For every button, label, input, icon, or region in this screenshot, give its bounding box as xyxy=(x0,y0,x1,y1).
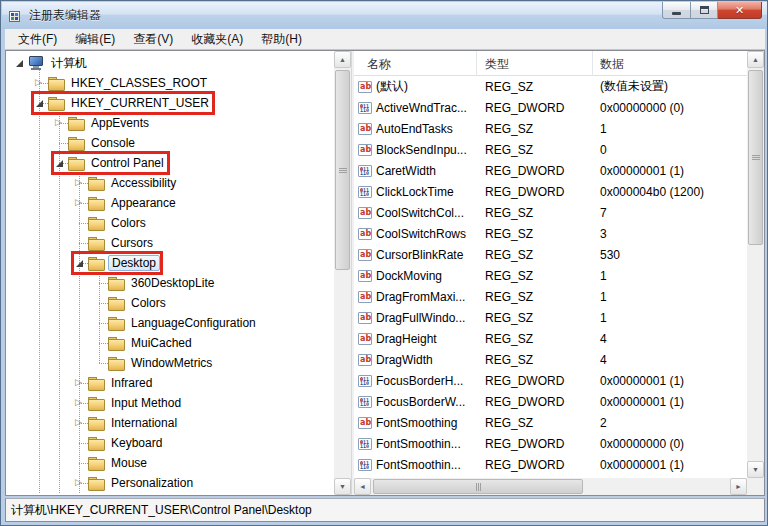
value-type: REG_SZ xyxy=(477,80,593,94)
expand-triangle-icon[interactable] xyxy=(74,178,85,189)
registry-value-row[interactable]: CoolSwitchCol...REG_SZ7 xyxy=(354,202,747,223)
registry-value-row[interactable]: FocusBorderH...REG_DWORD0x00000001 (1) xyxy=(354,370,747,391)
tree-item-personalization[interactable]: Personalization xyxy=(74,474,196,492)
tree-vertical-scrollbar[interactable]: ▲ ▼ xyxy=(334,51,351,495)
tree-item-appearance[interactable]: Appearance xyxy=(74,194,179,212)
tree-item-languageconfiguration[interactable]: LanguageConfiguration xyxy=(94,314,259,332)
expand-triangle-icon[interactable] xyxy=(54,118,65,129)
registry-value-row[interactable]: DragFromMaxi...REG_SZ1 xyxy=(354,286,747,307)
value-data: 1 xyxy=(593,269,747,283)
registry-value-row[interactable]: FontSmoothin...REG_DWORD0x00000000 (0) xyxy=(354,433,747,454)
registry-value-row[interactable]: ClickLockTimeREG_DWORD0x000004b0 (1200) xyxy=(354,181,747,202)
menu-item-2[interactable]: 查看(V) xyxy=(124,29,182,50)
menu-item-0[interactable]: 文件(F) xyxy=(9,29,66,50)
tree-item-计算机[interactable]: 计算机 xyxy=(14,54,90,72)
scroll-up-icon[interactable]: ▲ xyxy=(747,51,764,68)
list-hscrollbar-thumb[interactable] xyxy=(373,479,583,494)
column-header-type[interactable]: 类型 xyxy=(477,51,593,76)
scroll-right-icon[interactable]: ► xyxy=(730,478,747,495)
tree-row-cursors: Cursors xyxy=(6,233,333,253)
column-header-name[interactable]: 名称 xyxy=(354,51,477,76)
column-header-data[interactable]: 数据 xyxy=(593,51,747,76)
registry-value-row[interactable]: DragFullWindo...REG_SZ1 xyxy=(354,307,747,328)
value-name: CoolSwitchCol... xyxy=(376,206,464,220)
tree-item-infrared[interactable]: Infrared xyxy=(74,374,155,392)
registry-value-row[interactable]: FontSmoothin...REG_DWORD0x00000001 (1) xyxy=(354,454,747,475)
expander-placeholder xyxy=(94,338,105,349)
registry-value-row[interactable]: DragWidthREG_SZ4 xyxy=(354,349,747,370)
registry-value-row[interactable]: (默认)REG_SZ(数值未设置) xyxy=(354,76,747,97)
tree-item-keyboard[interactable]: Keyboard xyxy=(74,434,165,452)
menu-item-1[interactable]: 编辑(E) xyxy=(66,29,124,50)
expand-triangle-icon[interactable] xyxy=(74,418,85,429)
folder-icon xyxy=(88,377,104,390)
tree-item-input-method[interactable]: Input Method xyxy=(74,394,184,412)
menu-item-3[interactable]: 收藏夹(A) xyxy=(182,29,252,50)
list-scrollbar-thumb[interactable] xyxy=(748,70,763,245)
scroll-left-icon[interactable]: ◄ xyxy=(354,478,371,495)
tree-item-hkey-current-user[interactable]: HKEY_CURRENT_USER xyxy=(34,94,212,112)
tree-item-label: HKEY_CURRENT_USER xyxy=(68,95,212,111)
value-name: FontSmoothing xyxy=(376,416,457,430)
close-button[interactable]: ✕ xyxy=(718,2,762,19)
scroll-down-icon[interactable]: ▼ xyxy=(334,478,351,495)
expand-triangle-icon[interactable] xyxy=(74,378,85,389)
registry-value-row[interactable]: AutoEndTasksREG_SZ1 xyxy=(354,118,747,139)
tree-row-hkey-classes-root: HKEY_CLASSES_ROOT xyxy=(6,73,333,93)
collapse-triangle-icon[interactable] xyxy=(14,58,25,69)
folder-icon xyxy=(48,97,64,110)
value-data: 0x00000001 (1) xyxy=(593,395,747,409)
registry-value-row[interactable]: CoolSwitchRowsREG_SZ3 xyxy=(354,223,747,244)
computer-icon xyxy=(28,56,45,71)
registry-value-row[interactable]: CursorBlinkRateREG_SZ530 xyxy=(354,244,747,265)
tree-scrollbar-thumb[interactable] xyxy=(335,70,350,270)
tree-item-muicached[interactable]: MuiCached xyxy=(94,334,195,352)
tree-item-international[interactable]: International xyxy=(74,414,180,432)
tree-item-cursors[interactable]: Cursors xyxy=(74,234,156,252)
registry-value-row[interactable]: ActiveWndTrac...REG_DWORD0x00000000 (0) xyxy=(354,97,747,118)
tree-item-desktop[interactable]: Desktop xyxy=(74,254,160,272)
tree-item-360desktoplite[interactable]: 360DesktopLite xyxy=(94,274,217,292)
expand-triangle-icon[interactable] xyxy=(74,198,85,209)
tree-item-console[interactable]: Console xyxy=(54,134,138,152)
tree-item-accessibility[interactable]: Accessibility xyxy=(74,174,179,192)
expand-triangle-icon[interactable] xyxy=(74,398,85,409)
tree-item-colors[interactable]: Colors xyxy=(74,214,149,232)
registry-value-row[interactable]: FontSmoothingREG_SZ2 xyxy=(354,412,747,433)
expand-triangle-icon[interactable] xyxy=(74,478,85,489)
collapse-triangle-icon[interactable] xyxy=(34,98,45,109)
expander-placeholder xyxy=(74,238,85,249)
collapse-triangle-icon[interactable] xyxy=(54,158,65,169)
expand-triangle-icon[interactable] xyxy=(34,78,45,89)
registry-value-row[interactable]: BlockSendInpu...REG_SZ0 xyxy=(354,139,747,160)
tree-item-mouse[interactable]: Mouse xyxy=(74,454,150,472)
list-header: 名称 类型 数据 xyxy=(354,51,747,76)
value-name-cell: FontSmoothing xyxy=(354,416,477,430)
collapse-triangle-icon[interactable] xyxy=(74,258,85,269)
tree-item-control-panel[interactable]: Control Panel xyxy=(54,154,167,172)
list-vertical-scrollbar[interactable]: ▲ ▼ xyxy=(747,51,764,478)
value-name: DockMoving xyxy=(376,269,442,283)
scroll-down-icon[interactable]: ▼ xyxy=(747,461,764,478)
tree-item-label: Personalization xyxy=(108,475,196,491)
tree-row-control-panel: Control Panel xyxy=(6,153,333,173)
maximize-button[interactable] xyxy=(691,2,718,19)
tree-item-label: LanguageConfiguration xyxy=(128,315,259,331)
menu-item-4[interactable]: 帮助(H) xyxy=(252,29,311,50)
tree-item-windowmetrics[interactable]: WindowMetrics xyxy=(94,354,215,372)
value-name-cell: FontSmoothin... xyxy=(354,458,477,472)
minimize-button[interactable] xyxy=(662,2,691,19)
registry-value-row[interactable]: CaretWidthREG_DWORD0x00000001 (1) xyxy=(354,160,747,181)
value-type: REG_DWORD xyxy=(477,164,593,178)
registry-value-row[interactable]: DockMovingREG_SZ1 xyxy=(354,265,747,286)
tree-row-windowmetrics: WindowMetrics xyxy=(6,353,333,373)
registry-value-row[interactable]: FocusBorderW...REG_DWORD0x00000001 (1) xyxy=(354,391,747,412)
value-name: DragWidth xyxy=(376,353,433,367)
tree-item-hkey-classes-root[interactable]: HKEY_CLASSES_ROOT xyxy=(34,74,210,92)
tree-item-appevents[interactable]: AppEvents xyxy=(54,114,152,132)
tree-item-colors[interactable]: Colors xyxy=(94,294,169,312)
registry-value-row[interactable]: DragHeightREG_SZ4 xyxy=(354,328,747,349)
reg-dword-icon xyxy=(358,102,372,114)
scroll-up-icon[interactable]: ▲ xyxy=(334,51,351,68)
list-horizontal-scrollbar[interactable]: ◄ ► xyxy=(354,478,747,495)
